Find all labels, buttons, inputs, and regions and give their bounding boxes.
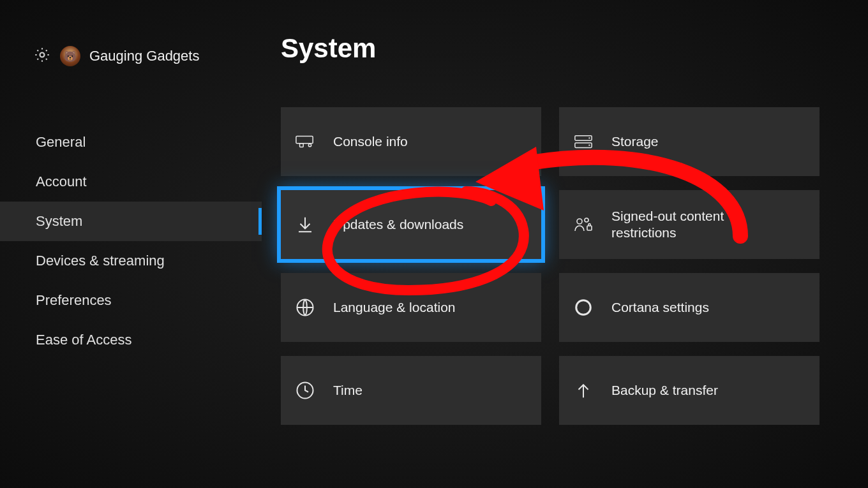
tile-label: Time [333,382,363,399]
page-title: System [281,33,855,64]
globe-icon [294,296,317,319]
console-icon [294,130,317,153]
svg-point-0 [40,53,45,57]
profile-name: Gauging Gadgets [89,48,199,64]
svg-point-7 [588,145,590,146]
tile-label: Signed-out content restrictions [611,208,790,242]
sidebar-item-account[interactable]: Account [0,162,262,202]
sidebar-item-general[interactable]: General [0,122,262,162]
svg-point-3 [308,144,311,146]
sidebar-item-label: General [36,134,86,150]
tile-backup-transfer[interactable]: Backup & transfer [559,356,819,425]
tile-storage[interactable]: Storage [559,107,819,176]
sidebar-item-label: Ease of Access [36,332,131,348]
sidebar-item-preferences[interactable]: Preferences [0,281,262,320]
sidebar: 🐻 Gauging Gadgets General Account System… [0,0,262,488]
main-content: System Console info Storage Updates & do… [281,33,855,425]
upload-icon [572,379,595,402]
tile-label: Language & location [333,299,456,316]
circle-icon [572,296,595,319]
sidebar-item-system[interactable]: System [0,202,262,241]
tile-label: Console info [333,133,408,150]
tile-grid: Console info Storage Updates & downloads… [281,107,855,425]
svg-rect-10 [587,226,592,230]
sidebar-nav: General Account System Devices & streami… [0,122,262,360]
clock-icon [294,379,317,402]
sidebar-item-label: System [36,213,82,229]
tile-cortana-settings[interactable]: Cortana settings [559,273,819,342]
people-lock-icon [572,213,595,236]
sidebar-item-ease-of-access[interactable]: Ease of Access [0,320,262,360]
storage-icon [572,130,595,153]
tile-label: Backup & transfer [611,382,718,399]
tile-label: Cortana settings [611,299,709,316]
svg-point-6 [588,137,590,138]
svg-rect-1 [296,137,313,144]
sidebar-item-devices-streaming[interactable]: Devices & streaming [0,241,262,281]
tile-label: Updates & downloads [333,216,463,233]
svg-rect-2 [300,144,304,147]
download-icon [294,213,317,236]
sidebar-item-label: Devices & streaming [36,253,165,269]
svg-point-8 [577,219,582,224]
sidebar-header: 🐻 Gauging Gadgets [0,46,262,66]
gear-icon[interactable] [33,46,51,66]
avatar[interactable]: 🐻 [60,46,80,66]
svg-point-9 [585,218,588,222]
tile-console-info[interactable]: Console info [281,107,541,176]
tile-label: Storage [611,133,659,150]
sidebar-item-label: Account [36,174,87,189]
tile-signed-out-restrictions[interactable]: Signed-out content restrictions [559,190,819,259]
sidebar-item-label: Preferences [36,292,112,308]
tile-updates-downloads[interactable]: Updates & downloads [281,190,541,259]
tile-time[interactable]: Time [281,356,541,425]
svg-point-12 [576,300,591,315]
tile-language-location[interactable]: Language & location [281,273,541,342]
